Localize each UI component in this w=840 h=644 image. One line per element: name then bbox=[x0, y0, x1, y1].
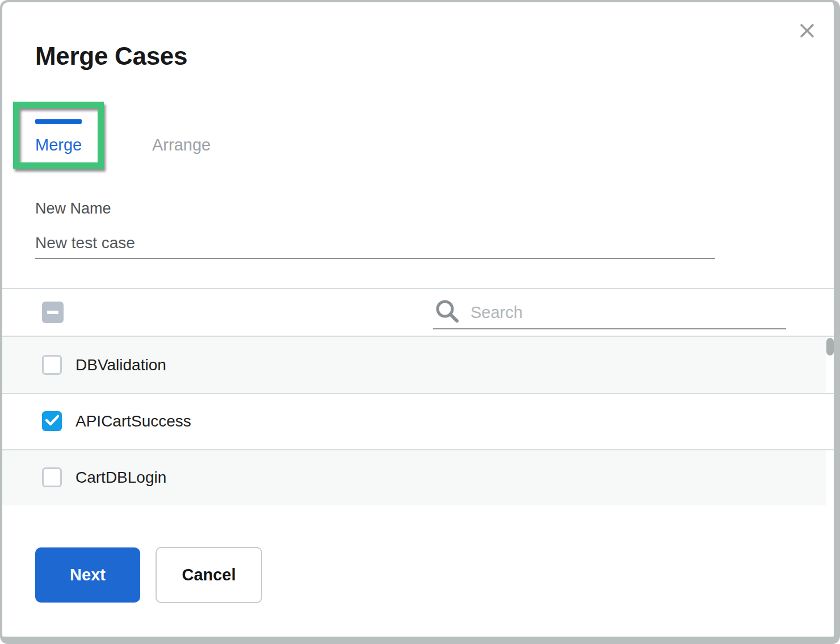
check-icon bbox=[45, 415, 59, 426]
row-divider bbox=[0, 449, 840, 450]
test-case-row[interactable]: CartDBLogin bbox=[0, 449, 826, 505]
new-name-label: New Name bbox=[35, 200, 111, 218]
annotation-highlight-box bbox=[13, 102, 104, 169]
test-case-label: DBValidation bbox=[75, 356, 166, 374]
close-icon bbox=[798, 22, 816, 42]
cancel-button[interactable]: Cancel bbox=[156, 547, 262, 603]
row-checkbox[interactable] bbox=[42, 411, 62, 431]
row-checkbox[interactable] bbox=[42, 467, 62, 487]
test-case-list: DBValidation APICartSuccess CartDBLogin bbox=[0, 337, 826, 505]
row-divider bbox=[0, 393, 840, 394]
dialog-title: Merge Cases bbox=[35, 42, 187, 70]
close-button[interactable] bbox=[793, 18, 821, 45]
test-case-row[interactable]: DBValidation bbox=[0, 337, 826, 393]
search-icon bbox=[434, 298, 460, 324]
search-input[interactable] bbox=[471, 303, 786, 322]
select-all-checkbox[interactable] bbox=[42, 302, 64, 323]
indeterminate-minus-icon bbox=[47, 311, 58, 314]
next-button[interactable]: Next bbox=[35, 547, 140, 603]
search-field[interactable] bbox=[433, 296, 786, 329]
test-case-label: CartDBLogin bbox=[75, 469, 166, 487]
new-name-input[interactable] bbox=[35, 228, 715, 259]
test-case-row[interactable]: APICartSuccess bbox=[0, 393, 826, 449]
scrollbar-thumb[interactable] bbox=[826, 338, 834, 356]
divider bbox=[0, 288, 840, 289]
test-case-label: APICartSuccess bbox=[75, 412, 191, 430]
scrollbar-track[interactable] bbox=[826, 337, 834, 505]
tab-arrange[interactable]: Arrange bbox=[152, 136, 211, 154]
row-checkbox[interactable] bbox=[42, 355, 62, 375]
